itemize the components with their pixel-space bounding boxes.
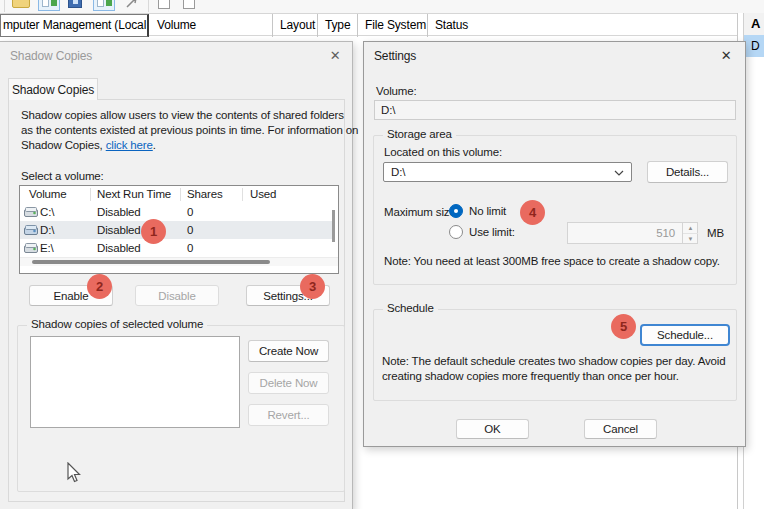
size-limit-spinner[interactable]: 510 ▲ ▼ — [567, 222, 698, 244]
intro-line-3-prefix: Shadow Copies, — [21, 139, 106, 151]
intro-line-3-suffix: . — [153, 139, 156, 151]
console-tree-toggle-icon[interactable] — [38, 0, 60, 11]
located-label: Located on this volume: — [384, 146, 502, 158]
disable-button[interactable]: Disable — [135, 285, 219, 306]
toolbar-separator — [4, 0, 5, 12]
schedule-note-line-2: creating shadow copies more frequently t… — [382, 369, 725, 384]
details-button[interactable]: Details... — [647, 161, 728, 183]
list-header-next-run-time[interactable]: Next Run Time — [97, 186, 171, 203]
click-here-link[interactable]: click here — [106, 139, 153, 151]
pane-glyph — [42, 0, 49, 7]
intro-line-1: Shadow copies allow users to view the co… — [21, 108, 343, 123]
column-header-type[interactable]: Type — [317, 14, 357, 37]
dialog-title: Settings — [374, 49, 416, 63]
close-icon[interactable]: ✕ — [324, 46, 346, 66]
volume-field: D:\ — [374, 100, 736, 120]
tab-shadow-copies[interactable]: Shadow Copies — [8, 78, 98, 100]
horizontal-scrollbar-thumb[interactable] — [32, 260, 270, 264]
use-limit-label[interactable]: Use limit: — [469, 226, 515, 238]
list-header-shares[interactable]: Shares — [187, 186, 223, 203]
settings-dialog: Settings ✕ Volume: D:\ Storage area Loca… — [363, 41, 746, 447]
pane-glyph — [97, 0, 104, 7]
shadow-copies-tab-panel: Shadow copies allow users to view the co… — [8, 99, 345, 502]
use-limit-radio[interactable] — [449, 225, 463, 239]
header-separator — [242, 188, 243, 201]
list-header-volume[interactable]: Volume — [29, 186, 66, 203]
volume-list-header-row: mputer Management (Local Volume Layout T… — [0, 13, 737, 36]
spinner-up-icon[interactable]: ▲ — [683, 223, 698, 233]
cancel-button[interactable]: Cancel — [584, 419, 657, 439]
step-badge-2: 2 — [87, 274, 112, 299]
actions-pane-selected-item[interactable]: D — [744, 35, 764, 57]
schedule-button[interactable]: Schedule... — [640, 324, 730, 346]
revert-button[interactable]: Revert... — [248, 404, 329, 426]
tree-item-computer-management[interactable]: mputer Management (Local — [0, 14, 149, 37]
step-badge-3: 3 — [300, 274, 325, 299]
drive-icon — [24, 243, 38, 253]
column-header-layout[interactable]: Layout — [272, 14, 317, 37]
toolbar-separator — [148, 0, 149, 12]
cell-volume: E:\ — [40, 239, 54, 257]
folder-icon[interactable] — [12, 0, 30, 8]
green-glyph — [51, 0, 57, 6]
step-badge-1: 1 — [141, 219, 166, 244]
cell-next-run-time: Disabled — [97, 239, 141, 257]
schedule-note: Note: The default schedule creates two s… — [382, 354, 725, 384]
no-limit-radio[interactable] — [449, 204, 463, 218]
schedule-note-line-1: Note: The default schedule creates two s… — [382, 354, 725, 369]
intro-line-2: as the contents existed at previous poin… — [21, 123, 343, 138]
group-label: Schedule — [383, 302, 438, 314]
cell-volume: C:\ — [40, 203, 54, 221]
spinner-down-icon[interactable]: ▼ — [683, 233, 698, 243]
horizontal-scrollbar[interactable] — [20, 257, 338, 266]
volume-row-e[interactable]: E:\ Disabled 0 — [20, 239, 334, 257]
group-label: Storage area — [383, 128, 456, 140]
volume-row-c[interactable]: C:\ Disabled 0 — [20, 203, 334, 221]
column-header-file-system[interactable]: File System — [357, 14, 427, 37]
spinner-value: 510 — [656, 223, 675, 243]
ok-button[interactable]: OK — [456, 419, 529, 439]
action-pane-toggle-icon[interactable] — [93, 0, 115, 11]
volume-label: Volume: — [376, 85, 417, 97]
intro-text: Shadow copies allow users to view the co… — [21, 108, 343, 153]
computer-management-window: mputer Management (Local Volume Layout T… — [0, 0, 764, 509]
close-icon[interactable]: ✕ — [715, 46, 737, 66]
cell-next-run-time: Disabled — [97, 203, 141, 221]
maximum-size-label: Maximum size: — [384, 206, 459, 218]
no-limit-label[interactable]: No limit — [469, 205, 506, 217]
help-icon[interactable] — [68, 0, 82, 8]
combobox-value: D:\ — [391, 166, 405, 178]
cell-shares: 0 — [187, 203, 193, 221]
dialog-title: Shadow Copies — [10, 49, 92, 63]
storage-note: Note: You need at least 300MB free space… — [384, 254, 720, 269]
step-badge-5: 5 — [611, 314, 636, 339]
actions-pane: A D — [743, 13, 764, 509]
mmc-toolbar — [0, 0, 764, 13]
schedule-group: Schedule Schedule... Note: The default s… — [373, 309, 737, 401]
list-header-used[interactable]: Used — [250, 186, 276, 203]
column-header-status[interactable]: Status — [427, 14, 737, 37]
shadow-copies-listbox[interactable] — [30, 336, 240, 428]
delete-now-button[interactable]: Delete Now — [248, 372, 329, 394]
vertical-scrollbar[interactable] — [332, 210, 335, 242]
page-icon-2[interactable] — [183, 0, 195, 9]
select-volume-label: Select a volume: — [21, 170, 104, 182]
page-icon[interactable] — [158, 0, 170, 9]
create-now-button[interactable]: Create Now — [248, 340, 329, 362]
group-label: Shadow copies of selected volume — [27, 318, 207, 330]
column-header-volume[interactable]: Volume — [150, 14, 272, 37]
green-glyph — [106, 0, 112, 6]
header-separator — [90, 188, 91, 201]
volume-listbox: Volume Next Run Time Shares Used C:\ Dis… — [19, 185, 339, 274]
cell-shares: 0 — [187, 239, 193, 257]
export-arrow-icon[interactable] — [124, 0, 140, 10]
cell-shares: 0 — [187, 221, 193, 239]
cell-next-run-time: Disabled — [97, 221, 141, 239]
drive-icon — [24, 225, 38, 235]
intro-line-3: Shadow Copies, click here. — [21, 138, 343, 153]
chevron-down-icon — [614, 170, 624, 176]
drive-icon — [24, 207, 38, 217]
volume-row-d-selected[interactable]: D:\ Disabled 0 — [20, 221, 334, 239]
located-volume-combobox[interactable]: D:\ — [383, 162, 632, 182]
spinner-buttons: ▲ ▼ — [682, 223, 697, 243]
